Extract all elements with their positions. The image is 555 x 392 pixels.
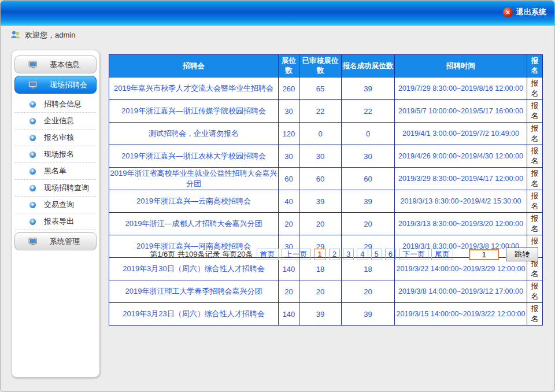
sidebar-item[interactable]: +企业信息: [15, 113, 96, 130]
apply-link[interactable]: 报名: [527, 123, 543, 145]
sidebar-menu: 基本信息现场招聘会+招聘会信息+企业信息+报名审核+现场报名+黑名单+现场招聘查…: [11, 50, 100, 378]
cell-time: 2019/3/15 14:00:00~2019/3/22 12:00:00: [395, 303, 527, 326]
logout-button[interactable]: ✕ 退出系统: [503, 7, 546, 17]
cell-name[interactable]: 测试招聘会，企业请勿报名: [109, 123, 279, 145]
cell-name[interactable]: 2019年浙江嘉兴—云南高校招聘会: [109, 190, 279, 213]
apply-link[interactable]: 报名: [527, 168, 543, 190]
cell-name[interactable]: 2019年浙江理工大学春季招聘会嘉兴分团: [109, 280, 279, 303]
cell-name[interactable]: 2019年浙江嘉兴—浙江传媒学院校园招聘会: [109, 100, 279, 123]
cell-approved: 20: [299, 280, 342, 303]
table-header: 招聘会 展位数 已审核展位数 报名成功展位数 招聘时间 报名: [109, 55, 543, 77]
monitor-icon: [28, 81, 38, 89]
cell-success: 39: [342, 303, 395, 326]
apply-link[interactable]: 报名: [527, 280, 543, 303]
column-header-fair: 招聘会: [109, 55, 279, 77]
page-button[interactable]: 6: [385, 249, 396, 260]
apply-link[interactable]: 报名: [527, 100, 543, 123]
cell-time: 2019/3/29 8:30:00~2019/4/17 12:00:00: [395, 168, 527, 190]
cell-approved: 30: [299, 145, 342, 168]
cell-name[interactable]: 2019年浙江嘉兴—浙江农林大学校园招聘会: [109, 145, 279, 168]
cell-time: 2019/3/13 8:30:00~2019/4/2 15:30:00: [395, 190, 527, 213]
top-banner: ✕ 退出系统: [1, 1, 554, 25]
sidebar-section[interactable]: 现场招聘会: [14, 76, 97, 94]
sidebar-section-label: 现场招聘会: [50, 80, 87, 90]
sidebar-section[interactable]: 基本信息: [14, 56, 97, 73]
column-header-approved: 已审核展位数: [299, 55, 342, 77]
plus-bullet-icon: +: [29, 219, 36, 225]
sidebar-item-label: 报表导出: [44, 216, 74, 227]
pagination-bar: 第1/6页 共109条记录 每页20条 首页 上一页 123456 下一页 尾页…: [109, 247, 538, 261]
sidebar-item[interactable]: +招聘会信息: [15, 96, 96, 113]
cell-success: 20: [342, 280, 395, 303]
page-button[interactable]: 1: [314, 249, 326, 260]
page-button[interactable]: 5: [371, 249, 382, 260]
jump-page-input[interactable]: [469, 249, 499, 260]
users-icon: [10, 30, 21, 40]
cell-success: 20: [342, 213, 395, 235]
sidebar-item-label: 招聘会信息: [44, 99, 82, 109]
apply-link[interactable]: 报名: [527, 77, 543, 100]
cell-approved: 20: [299, 213, 342, 235]
sidebar-item-label: 现场报名: [44, 149, 74, 160]
cell-name[interactable]: 2019年浙江—成都人才招聘大会嘉兴分团: [109, 213, 279, 235]
table-row: 2019年浙江嘉兴—云南高校招聘会4039392019/3/13 8:30:00…: [109, 190, 543, 213]
sidebar-item[interactable]: +报表导出: [15, 213, 96, 230]
welcome-text: 欢迎您，admin: [25, 30, 75, 40]
sidebar-item[interactable]: +报名审核: [15, 130, 96, 146]
cell-booths: 40: [279, 190, 299, 213]
last-page-button[interactable]: 尾页: [431, 249, 453, 260]
plus-bullet-icon: +: [29, 118, 36, 124]
sidebar-item[interactable]: +现场招聘查询: [15, 180, 96, 197]
cell-success: 60: [342, 168, 395, 190]
column-header-apply: 报名: [527, 55, 543, 77]
prev-page-button[interactable]: 上一页: [282, 249, 311, 260]
cell-time: 2019/7/29 8:30:00~2019/8/16 12:00:00: [395, 77, 527, 100]
plus-bullet-icon: +: [29, 135, 36, 141]
cell-time: 2019/4/26 9:00:00~2019/4/30 12:00:00: [395, 145, 527, 168]
table-row: 2019年浙江省高校毕业生就业公益性招聘大会嘉兴分团6060602019/3/2…: [109, 168, 543, 190]
sidebar-item[interactable]: +黑名单: [15, 163, 96, 180]
apply-link[interactable]: 报名: [527, 303, 543, 326]
cell-name[interactable]: 2019年3月23日（周六）综合性人才招聘会: [109, 303, 279, 326]
jump-button[interactable]: 跳转: [506, 247, 538, 261]
cell-time: 2019/5/7 10:00:00~2019/5/17 16:00:00: [395, 100, 527, 123]
cell-booths: 120: [279, 123, 299, 145]
cell-name[interactable]: 2019年浙江省高校毕业生就业公益性招聘大会嘉兴分团: [109, 168, 279, 190]
cell-success: 39: [342, 77, 395, 100]
cell-time: 2019/3/13 8:30:00~2019/3/20 12:00:00: [395, 213, 527, 235]
column-header-booths: 展位数: [279, 55, 299, 77]
cell-time: 2019/3/8 14:00:00~2019/3/12 17:00:00: [395, 280, 527, 303]
cell-approved: 65: [299, 77, 342, 100]
page-button[interactable]: 2: [329, 249, 340, 260]
plus-bullet-icon: +: [29, 185, 36, 191]
page-button[interactable]: 3: [343, 249, 354, 260]
cell-name[interactable]: 2019年嘉兴市秋季人才交流大会暨毕业生招聘会: [109, 77, 279, 100]
logout-label: 退出系统: [516, 7, 546, 17]
cell-booths: 20: [279, 213, 299, 235]
table-row: 2019年浙江—成都人才招聘大会嘉兴分团2020202019/3/13 8:30…: [109, 213, 543, 235]
cell-booths: 30: [279, 145, 299, 168]
page-button[interactable]: 4: [357, 249, 368, 260]
cell-success: 30: [342, 145, 395, 168]
cell-booths: 140: [279, 303, 299, 326]
fair-table-body: 2019年嘉兴市秋季人才交流大会暨毕业生招聘会26065392019/7/29 …: [109, 77, 543, 326]
cell-success: 22: [342, 100, 395, 123]
sidebar-item-label: 现场招聘查询: [44, 183, 89, 193]
apply-link[interactable]: 报名: [527, 190, 543, 213]
page-numbers: 123456: [314, 249, 396, 260]
next-page-button[interactable]: 下一页: [399, 249, 428, 260]
sidebar-section[interactable]: 系统管理: [14, 232, 97, 250]
plus-bullet-icon: +: [29, 151, 36, 158]
first-page-button[interactable]: 首页: [257, 249, 279, 260]
sidebar-item[interactable]: +现场报名: [15, 146, 96, 163]
cell-success: 0: [342, 123, 395, 145]
sidebar-item[interactable]: +交易查询: [15, 197, 96, 213]
table-row: 2019年3月23日（周六）综合性人才招聘会14039392019/3/15 1…: [109, 303, 543, 326]
sidebar-item-label: 报名审核: [44, 132, 74, 143]
table-row: 测试招聘会，企业请勿报名120002019/4/1 3:00:00~2019/7…: [109, 123, 543, 145]
table-row: 2019年浙江嘉兴—浙江传媒学院校园招聘会3022222019/5/7 10:0…: [109, 100, 543, 123]
cell-approved: 0: [299, 123, 342, 145]
plus-bullet-icon: +: [29, 202, 36, 208]
apply-link[interactable]: 报名: [527, 213, 543, 235]
apply-link[interactable]: 报名: [527, 145, 543, 168]
